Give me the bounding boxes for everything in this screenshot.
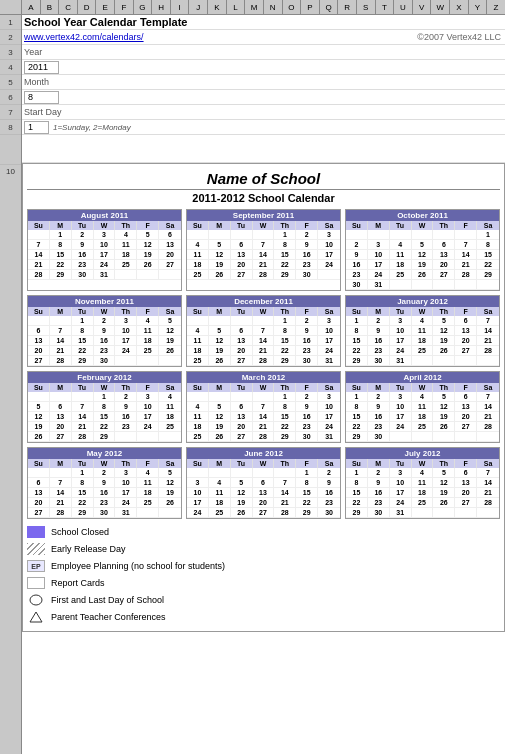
cal-day: 2 xyxy=(94,468,116,478)
month-header-1: September 2011 xyxy=(187,210,340,221)
spacer-row-9 xyxy=(22,135,505,163)
cal-day: 5 xyxy=(28,402,50,412)
main-content: School Year Calendar Template www.vertex… xyxy=(22,15,505,754)
day-hdr: W xyxy=(94,459,116,468)
legend-employee-planning: EP Employee Planning (no school for stud… xyxy=(27,559,500,573)
cal-day: 23 xyxy=(94,346,116,356)
cal-day: 28 xyxy=(274,508,296,518)
cal-day: 20 xyxy=(455,336,477,346)
cal-day: 20 xyxy=(231,260,253,270)
cal-day: 17 xyxy=(115,488,137,498)
day-hdr: Su xyxy=(187,221,209,230)
cal-day: 17 xyxy=(390,488,412,498)
cal-day: 2 xyxy=(346,240,368,250)
month-header-10: June 2012 xyxy=(187,448,340,459)
cal-day: 13 xyxy=(28,488,50,498)
cal-day: 3 xyxy=(368,240,390,250)
cal-day: 20 xyxy=(28,346,50,356)
cal-day: 24 xyxy=(390,346,412,356)
day-headers-4: SuMTuWThFSa xyxy=(187,307,340,316)
day-hdr: Th xyxy=(433,459,455,468)
day-hdr: Su xyxy=(187,459,209,468)
cal-day: 2 xyxy=(115,392,137,402)
cal-day: 23 xyxy=(296,422,318,432)
day-hdr: Th xyxy=(274,307,296,316)
cal-day: 29 xyxy=(346,356,368,366)
cal-day: 12 xyxy=(433,478,455,488)
cal-day: 10 xyxy=(390,478,412,488)
month-4: December 2011SuMTuWThFSa 123456789101112… xyxy=(186,295,341,367)
cal-day: 19 xyxy=(209,422,231,432)
cal-day: 8 xyxy=(72,478,94,488)
month-8: April 2012SuMTuWThFSa1234567891011121314… xyxy=(345,371,500,443)
cal-week-8-4: 2930 xyxy=(346,432,499,442)
cal-week-8-3: 22232425262728 xyxy=(346,422,499,432)
spreadsheet: A B C D E F G H I J K L M N O P Q R S T … xyxy=(0,0,505,754)
start-day-input[interactable]: 1 xyxy=(24,121,49,134)
col-I: I xyxy=(171,0,190,14)
cal-day: 5 xyxy=(209,240,231,250)
month-input[interactable]: 8 xyxy=(24,91,59,104)
col-T: T xyxy=(376,0,395,14)
cal-day xyxy=(50,316,72,326)
day-hdr: Th xyxy=(115,307,137,316)
cal-day: 22 xyxy=(72,498,94,508)
day-headers-1: SuMTuWThFSa xyxy=(187,221,340,230)
day-hdr: M xyxy=(50,307,72,316)
spreadsheet-url[interactable]: www.vertex42.com/calendars/ xyxy=(24,32,144,42)
cal-week-10-0: 12 xyxy=(187,468,340,478)
cal-day: 17 xyxy=(318,336,340,346)
cal-day: 7 xyxy=(477,468,499,478)
day-hdr: W xyxy=(94,383,116,392)
cal-day xyxy=(390,230,412,240)
cal-day: 21 xyxy=(72,422,94,432)
legend-early-release: Early Release Day xyxy=(27,542,500,556)
cal-day: 27 xyxy=(253,508,275,518)
cal-day: 12 xyxy=(412,250,434,260)
cal-day: 30 xyxy=(368,356,390,366)
day-hdr: W xyxy=(94,221,116,230)
cal-day: 29 xyxy=(94,432,116,442)
row-num-5: 5 xyxy=(0,75,21,90)
cal-day: 6 xyxy=(50,402,72,412)
cal-day: 10 xyxy=(318,326,340,336)
cal-week-0-2: 14151617181920 xyxy=(28,250,181,260)
cal-day: 15 xyxy=(274,250,296,260)
cal-day xyxy=(209,392,231,402)
cal-day: 9 xyxy=(368,326,390,336)
cal-day: 19 xyxy=(433,336,455,346)
cal-day: 30 xyxy=(318,508,340,518)
cal-day xyxy=(28,230,50,240)
day-headers-0: SuMTuWThFSa xyxy=(28,221,181,230)
cal-day: 24 xyxy=(137,422,159,432)
cal-day: 16 xyxy=(368,488,390,498)
month-header-11: July 2012 xyxy=(346,448,499,459)
month-header-5: January 2012 xyxy=(346,296,499,307)
cal-day: 19 xyxy=(433,412,455,422)
report-cards-label: Report Cards xyxy=(51,578,105,588)
cal-day: 27 xyxy=(231,356,253,366)
cal-day: 24 xyxy=(318,422,340,432)
cal-day xyxy=(115,356,137,366)
cal-day: 13 xyxy=(231,412,253,422)
cal-day: 18 xyxy=(137,488,159,498)
cal-week-0-3: 21222324252627 xyxy=(28,260,181,270)
cal-day: 10 xyxy=(368,250,390,260)
cal-day: 21 xyxy=(274,498,296,508)
year-value: 2011 xyxy=(28,62,48,72)
cal-day: 11 xyxy=(187,336,209,346)
year-input[interactable]: 2011 xyxy=(24,61,59,74)
day-hdr: Su xyxy=(28,221,50,230)
cal-day: 2 xyxy=(296,392,318,402)
day-hdr: Sa xyxy=(318,307,340,316)
cal-day: 31 xyxy=(318,432,340,442)
cal-day: 24 xyxy=(390,498,412,508)
cal-day: 31 xyxy=(115,508,137,518)
day-hdr: F xyxy=(137,383,159,392)
cal-day: 25 xyxy=(187,432,209,442)
cal-day: 29 xyxy=(346,508,368,518)
col-G: G xyxy=(134,0,153,14)
cal-day xyxy=(455,230,477,240)
cal-day: 14 xyxy=(50,336,72,346)
cal-day: 1 xyxy=(477,230,499,240)
